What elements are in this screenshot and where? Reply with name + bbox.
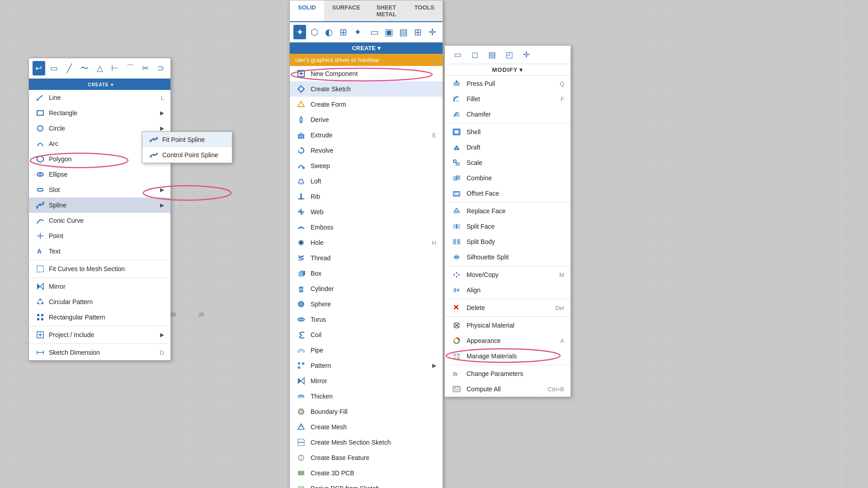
right-compute-all[interactable]: Compute All Ctrl+B (445, 381, 571, 397)
text-icon: A (35, 246, 45, 256)
right-scale[interactable]: Scale (445, 155, 571, 170)
center-mirror[interactable]: Mirror (290, 373, 443, 389)
toolbar-icon-9[interactable]: ⊃ (154, 61, 167, 75)
center-toolbar-6[interactable]: ▭ (368, 25, 381, 39)
center-thicken[interactable]: Thicken (290, 389, 443, 404)
modify-title-bar[interactable]: MODIFY ▾ (445, 64, 571, 76)
center-derive-pcb[interactable]: Derive PCB from Sketch (290, 481, 443, 488)
center-toolbar-8[interactable]: ▤ (397, 25, 410, 39)
mh-icon-2[interactable]: ◻ (467, 48, 482, 61)
toolbar-icon-1[interactable]: ↩ (33, 61, 45, 75)
toolbar-icon-5[interactable]: △ (94, 61, 106, 75)
mh-icon-4[interactable]: ◰ (502, 48, 516, 61)
menu-item-circular-pattern[interactable]: Circular Pattern (29, 294, 170, 310)
tab-sheetmetal[interactable]: SHEET METAL (368, 0, 406, 21)
center-derive[interactable]: Derive (290, 112, 443, 127)
svg-point-58 (300, 241, 302, 244)
toolbar-icon-6[interactable]: ⊢ (108, 61, 121, 75)
toolbar-icon-3[interactable]: ╱ (63, 61, 75, 75)
menu-item-rect-pattern[interactable]: Rectangular Pattern (29, 310, 170, 325)
center-base-feature[interactable]: Create Base Feature (290, 450, 443, 465)
center-toolbar-7[interactable]: ▣ (382, 25, 395, 39)
center-emboss[interactable]: Emboss (290, 220, 443, 235)
right-press-pull[interactable]: Press Pull Q (445, 76, 571, 91)
center-create-form[interactable]: Create Form (290, 97, 443, 112)
menu-item-ellipse[interactable]: Ellipse (29, 167, 170, 182)
toolbar-icon-8[interactable]: ✂ (139, 61, 152, 75)
right-fillet[interactable]: Fillet F (445, 91, 571, 107)
right-silhouette-split[interactable]: Silhouette Split (445, 249, 571, 265)
center-sweep[interactable]: Sweep (290, 158, 443, 174)
right-change-params[interactable]: fx Change Parameters (445, 366, 571, 381)
right-replace-face[interactable]: Replace Face (445, 203, 571, 219)
center-toolbar-5[interactable]: ✦ (352, 25, 364, 39)
center-pipe[interactable]: Pipe (290, 343, 443, 358)
menu-item-text[interactable]: A Text (29, 244, 170, 259)
menu-item-fit-curves[interactable]: Fit Curves to Mesh Section (29, 261, 170, 277)
right-shell[interactable]: Shell (445, 124, 571, 140)
menu-item-slot[interactable]: Slot ▶ (29, 182, 170, 197)
center-cylinder[interactable]: Cylinder (290, 281, 443, 296)
toolbar-icon-4[interactable]: 〜 (78, 61, 91, 75)
menu-item-mirror[interactable]: Mirror (29, 279, 170, 294)
tab-surface[interactable]: SURFACE (324, 0, 368, 21)
mh-icon-3[interactable]: ▤ (485, 48, 499, 61)
center-extrude[interactable]: Extrude E (290, 127, 443, 143)
center-toolbar-9[interactable]: ⊞ (412, 25, 425, 39)
right-delete[interactable]: ✕ Delete Del (445, 300, 571, 315)
center-boundary-fill[interactable]: Boundary Fill (290, 404, 443, 419)
right-chamfer[interactable]: Chamfer (445, 107, 571, 122)
center-mesh-section[interactable]: Create Mesh Section Sketch (290, 435, 443, 450)
center-toolbar-new[interactable]: ✦ (293, 25, 306, 39)
menu-item-project-include[interactable]: Project / Include ▶ (29, 327, 170, 343)
right-split-body[interactable]: Split Body (445, 234, 571, 249)
svg-rect-60 (298, 272, 303, 277)
tab-solid[interactable]: SOLID (290, 0, 324, 22)
center-pattern[interactable]: Pattern ▶ (290, 358, 443, 373)
center-toolbar-2[interactable]: ⬡ (308, 25, 321, 39)
right-combine[interactable]: Combine (445, 170, 571, 186)
menu-item-conic-curve[interactable]: Conic Curve (29, 213, 170, 228)
svg-point-34 (156, 137, 158, 139)
center-revolve[interactable]: Revolve (290, 143, 443, 158)
center-box[interactable]: Box (290, 266, 443, 281)
right-align[interactable]: Align (445, 282, 571, 298)
center-thread[interactable]: Thread (290, 250, 443, 266)
menu-item-rectangle[interactable]: Rectangle ▶ (29, 105, 170, 121)
left-create-bar[interactable]: CREATE ▾ (29, 79, 170, 90)
tab-tools[interactable]: TOOLS (406, 0, 443, 21)
menu-item-spline[interactable]: Spline ▶ (29, 197, 170, 213)
center-create-bar[interactable]: CREATE ▾ (290, 42, 443, 54)
right-appearance[interactable]: Appearance A (445, 333, 571, 348)
center-toolbar-move[interactable]: ✛ (426, 25, 439, 39)
center-toolbar-3[interactable]: ◐ (322, 25, 335, 39)
center-web[interactable]: Web (290, 204, 443, 220)
center-loft[interactable]: Loft (290, 174, 443, 189)
center-3d-pcb[interactable]: Create 3D PCB (290, 465, 443, 481)
submenu-fit-point-spline[interactable]: Fit Point Spline (142, 132, 232, 147)
right-draft[interactable]: Draft (445, 140, 571, 155)
menu-item-sketch-dim[interactable]: Sketch Dimension D (29, 345, 170, 360)
right-move-copy[interactable]: Move/Copy M (445, 267, 571, 282)
center-coil[interactable]: Coil (290, 327, 443, 343)
right-physical-material[interactable]: Physical Material (445, 318, 571, 333)
center-hole[interactable]: Hole H (290, 235, 443, 250)
center-sphere[interactable]: Sphere (290, 296, 443, 312)
center-create-sketch[interactable]: Create Sketch (290, 81, 443, 97)
center-rib[interactable]: Rib (290, 189, 443, 204)
center-torus[interactable]: Torus (290, 312, 443, 327)
fillet-icon (451, 94, 462, 104)
menu-item-point[interactable]: Point (29, 228, 170, 244)
right-offset-face[interactable]: Offset Face (445, 186, 571, 201)
center-toolbar-4[interactable]: ⊞ (337, 25, 350, 39)
right-manage-materials[interactable]: Manage Materials (445, 348, 571, 364)
mh-icon-move[interactable]: ✛ (519, 48, 533, 61)
submenu-control-point-spline[interactable]: Control Point Spline (142, 147, 232, 163)
toolbar-icon-2[interactable]: ▭ (48, 61, 61, 75)
center-new-component[interactable]: New Component (290, 66, 443, 81)
menu-item-line[interactable]: Line L (29, 90, 170, 105)
center-create-mesh[interactable]: Create Mesh (290, 419, 443, 435)
right-split-face[interactable]: Split Face (445, 219, 571, 234)
toolbar-icon-7[interactable]: ⌒ (124, 61, 137, 75)
mh-icon-1[interactable]: ▭ (450, 48, 465, 61)
